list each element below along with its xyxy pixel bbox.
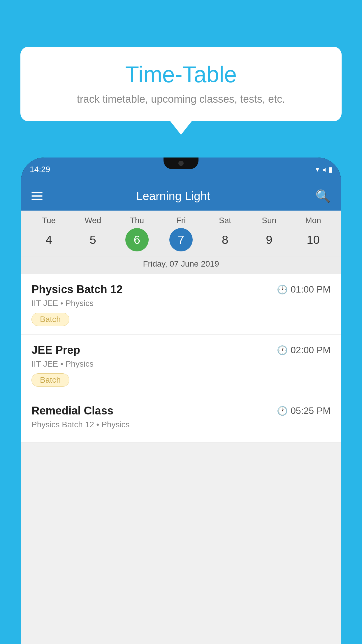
status-icons: ▾ ◂ ▮ bbox=[316, 165, 332, 174]
calendar-strip: TueWedThuFriSatSunMon 45678910 Friday, 0… bbox=[21, 211, 341, 274]
class-time-text-0: 01:00 PM bbox=[291, 284, 331, 295]
search-icon[interactable]: 🔍 bbox=[315, 189, 331, 203]
battery-icon: ▮ bbox=[328, 165, 332, 174]
clock-icon-2: 🕐 bbox=[277, 406, 288, 416]
class-item-2[interactable]: Remedial Class 🕐 05:25 PM Physics Batch … bbox=[21, 395, 341, 442]
class-list: Physics Batch 12 🕐 01:00 PM IIT JEE • Ph… bbox=[21, 274, 341, 442]
day-num-9[interactable]: 9 bbox=[257, 228, 281, 251]
phone-frame: 14:29 ▾ ◂ ▮ Learning Light 🔍 TueWedThuFr… bbox=[21, 158, 341, 644]
selected-date-label: Friday, 07 June 2019 bbox=[21, 256, 341, 274]
day-num-4[interactable]: 4 bbox=[37, 228, 61, 251]
signal-icon: ◂ bbox=[322, 165, 326, 174]
app-title: Learning Light bbox=[40, 190, 307, 203]
class-item-1[interactable]: JEE Prep 🕐 02:00 PM IIT JEE • Physics Ba… bbox=[21, 335, 341, 395]
status-time: 14:29 bbox=[30, 165, 50, 174]
day-header-fri: Fri bbox=[169, 216, 193, 225]
class-item-0[interactable]: Physics Batch 12 🕐 01:00 PM IIT JEE • Ph… bbox=[21, 274, 341, 335]
bubble-title: Time-Table bbox=[38, 61, 324, 88]
class-subject-1: IIT JEE • Physics bbox=[31, 359, 331, 369]
day-header-tue: Tue bbox=[37, 216, 61, 225]
batch-badge-0: Batch bbox=[31, 313, 69, 326]
class-subject-0: IIT JEE • Physics bbox=[31, 299, 331, 308]
day-num-10[interactable]: 10 bbox=[301, 228, 325, 251]
class-subject-2: Physics Batch 12 • Physics bbox=[31, 420, 331, 429]
class-name-2: Remedial Class bbox=[31, 405, 113, 417]
bubble-subtitle: track timetable, upcoming classes, tests… bbox=[38, 93, 324, 105]
day-num-7[interactable]: 7 bbox=[169, 228, 193, 251]
day-headers: TueWedThuFriSatSunMon bbox=[21, 216, 341, 225]
status-bar: 14:29 ▾ ◂ ▮ bbox=[21, 158, 341, 181]
class-time-2: 🕐 05:25 PM bbox=[277, 405, 331, 416]
phone-screen: TueWedThuFriSatSunMon 45678910 Friday, 0… bbox=[21, 211, 341, 644]
day-header-sun: Sun bbox=[257, 216, 281, 225]
class-time-1: 🕐 02:00 PM bbox=[277, 345, 331, 356]
day-num-5[interactable]: 5 bbox=[81, 228, 105, 251]
day-numbers: 45678910 bbox=[21, 228, 341, 251]
class-time-0: 🕐 01:00 PM bbox=[277, 284, 331, 295]
clock-icon-0: 🕐 bbox=[277, 284, 288, 295]
class-time-text-1: 02:00 PM bbox=[291, 345, 331, 356]
app-bar: Learning Light 🔍 bbox=[21, 181, 341, 211]
class-name-0: Physics Batch 12 bbox=[31, 283, 123, 296]
speech-bubble: Time-Table track timetable, upcoming cla… bbox=[20, 47, 342, 121]
day-header-wed: Wed bbox=[81, 216, 105, 225]
camera-dot bbox=[178, 161, 184, 166]
notch bbox=[164, 158, 198, 169]
day-header-mon: Mon bbox=[301, 216, 325, 225]
day-header-thu: Thu bbox=[125, 216, 149, 225]
day-num-6[interactable]: 6 bbox=[125, 228, 149, 251]
class-time-text-2: 05:25 PM bbox=[291, 405, 331, 416]
batch-badge-1: Batch bbox=[31, 373, 69, 387]
day-num-8[interactable]: 8 bbox=[213, 228, 237, 251]
day-header-sat: Sat bbox=[213, 216, 237, 225]
wifi-icon: ▾ bbox=[316, 165, 319, 174]
clock-icon-1: 🕐 bbox=[277, 345, 288, 355]
class-name-1: JEE Prep bbox=[31, 344, 80, 356]
